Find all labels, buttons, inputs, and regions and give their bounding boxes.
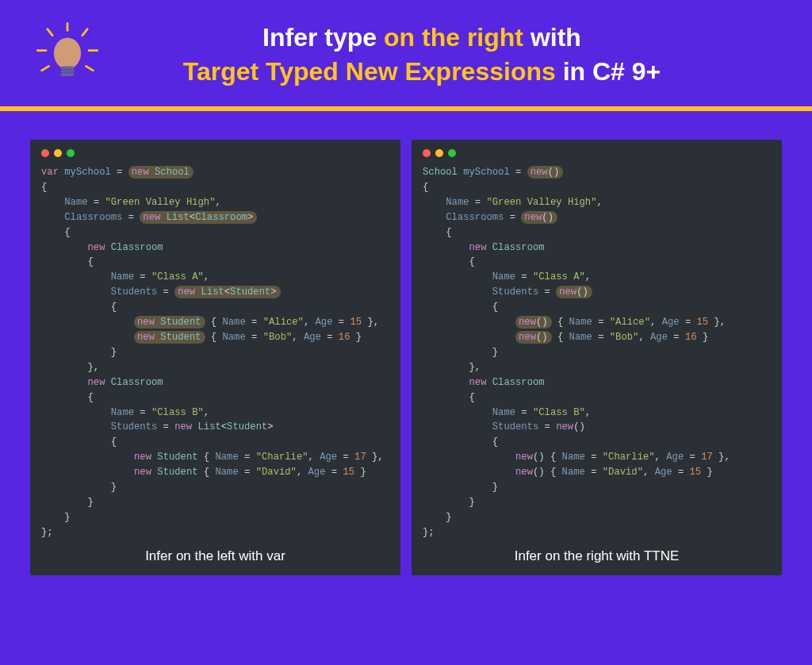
window-controls: [423, 149, 771, 157]
svg-rect-8: [61, 66, 74, 76]
minimize-icon: [435, 149, 443, 157]
code-block-right: School mySchool = new() { Name = "Green …: [423, 165, 771, 540]
code-panel-left: var mySchool = new School { Name = "Gree…: [30, 140, 400, 575]
close-icon: [423, 149, 431, 157]
svg-line-5: [42, 66, 49, 70]
svg-line-2: [82, 29, 87, 36]
maximize-icon: [448, 149, 456, 157]
title-part-highlight: on the right: [384, 23, 530, 52]
maximize-icon: [67, 149, 75, 157]
title-part: Infer type: [262, 23, 384, 52]
code-panel-right: School mySchool = new() { Name = "Green …: [412, 140, 782, 575]
minimize-icon: [54, 149, 62, 157]
svg-rect-9: [61, 69, 74, 71]
panel-caption-right: Infer on the right with TTNE: [423, 548, 771, 564]
svg-line-6: [86, 66, 93, 70]
svg-rect-10: [61, 72, 74, 74]
header: Infer type on the right with Target Type…: [0, 0, 812, 106]
code-block-left: var mySchool = new School { Name = "Gree…: [41, 165, 389, 540]
panel-caption-left: Infer on the left with var: [41, 548, 389, 564]
close-icon: [41, 149, 49, 157]
page-title: Infer type on the right with Target Type…: [111, 21, 780, 89]
title-part-highlight: Target Typed New Expressions: [183, 57, 563, 86]
svg-point-7: [54, 37, 81, 69]
title-part: in C# 9+: [563, 57, 661, 86]
title-part: with: [530, 23, 581, 52]
lightbulb-icon: [32, 19, 103, 90]
window-controls: [41, 149, 389, 157]
code-panels: var mySchool = new School { Name = "Gree…: [0, 111, 812, 575]
svg-line-1: [48, 29, 52, 36]
